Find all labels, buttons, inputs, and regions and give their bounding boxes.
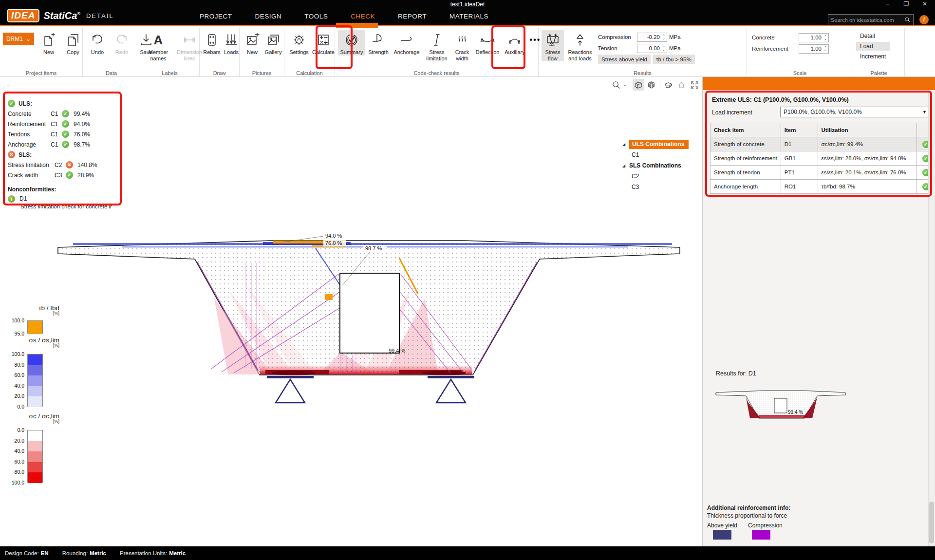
auxiliary-button[interactable]: Auxiliary <box>503 30 527 56</box>
tb-fbu-toggle[interactable]: τb / fbu > 95% <box>653 55 695 64</box>
stress-flow-button[interactable]: Stress flow <box>542 30 564 61</box>
palette-increment-button[interactable]: Increment <box>856 52 890 61</box>
summary-row-stress-limitation[interactable]: Stress limitationC2✕140.8% <box>8 160 116 170</box>
wireframe-view-button[interactable] <box>633 79 644 91</box>
summary-row-tendons[interactable]: TendonsC1✓76.0% <box>8 129 116 139</box>
close-button[interactable]: ✕ <box>917 0 932 9</box>
ribbon-group-pictures: New Gallery Pictures <box>240 28 284 76</box>
detail-member-dropdown[interactable]: DRM1⌄ <box>3 33 34 45</box>
anchorage-button[interactable]: Anchorage <box>392 30 422 56</box>
info-status-icon: i <box>8 195 15 203</box>
copy-project-item-button[interactable]: Copy <box>61 30 85 56</box>
concrete-scale-label: Concrete <box>752 35 797 40</box>
menu-report[interactable]: REPORT <box>398 13 427 20</box>
panel-scrollbar[interactable] <box>928 90 935 546</box>
new-project-item-button[interactable]: New <box>37 30 60 56</box>
spinner-icon[interactable]: ⌃⌄ <box>661 46 667 51</box>
deflection-button[interactable]: Deflection <box>473 30 502 56</box>
calculate-button[interactable]: Calculate <box>312 30 335 56</box>
pass-icon: ✓ <box>62 110 69 117</box>
redo-button[interactable]: Redo <box>110 30 133 56</box>
load-increment-dropdown[interactable]: P100.0%, G100.0%, V100.0% ▼ <box>780 107 930 117</box>
reactions-loads-button[interactable]: Reactions and loads <box>565 30 595 61</box>
ribbon-group-scale: Concrete 1.00 ⌃⌄ Reinforcement 1.00 ⌃⌄ S… <box>747 28 853 76</box>
dropdown-arrow-icon: ▼ <box>922 110 927 114</box>
tree-item-c2[interactable]: C2 <box>622 171 700 181</box>
table-row[interactable]: Anchorage length RO1 τb/fbd: 98.7% ✓ <box>711 180 935 194</box>
summary-row-anchorage[interactable]: AnchorageC1✓98.7% <box>8 139 116 149</box>
stress-limitation-button[interactable]: Stress limitation <box>423 30 451 61</box>
zoom-tool-button[interactable] <box>610 79 622 91</box>
spinner-icon[interactable]: ⌃⌄ <box>661 35 667 39</box>
check-summary-panel: ✓ULS: ConcreteC1✓99.4% ReinforcementC1✓9… <box>8 98 116 209</box>
tree-item-c1[interactable]: C1 <box>622 150 700 160</box>
mini-annotation: 99.4 % <box>788 410 803 415</box>
palette-load-button[interactable]: Load <box>856 42 890 51</box>
nonconformity-item[interactable]: iD1 <box>8 194 116 204</box>
menu-tools[interactable]: TOOLS <box>304 13 328 20</box>
compression-field[interactable]: -0.20 ⌃⌄ <box>637 33 667 42</box>
fit-view-button[interactable] <box>689 79 701 91</box>
menu-design[interactable]: DESIGN <box>255 13 282 20</box>
expander-icon[interactable]: ◢ <box>622 164 629 168</box>
menu-check[interactable]: CHECK <box>351 13 375 20</box>
info-icon[interactable]: i <box>919 15 929 24</box>
pass-icon: ✓ <box>66 171 73 179</box>
annotation-994: 99.4 % <box>389 348 405 354</box>
menu-materials[interactable]: MATERIALS <box>449 13 488 20</box>
solid-view-button[interactable] <box>646 79 657 91</box>
minimize-button[interactable]: – <box>880 0 895 9</box>
menu-project[interactable]: PROJECT <box>200 13 232 20</box>
search-icon <box>904 17 911 23</box>
tree-node-uls-combinations[interactable]: ◢ ULS Combinations <box>622 139 700 149</box>
summary-icon <box>344 31 359 49</box>
ribbon-group-calculation: Settings Calculate Calculation <box>284 28 335 76</box>
main-viewport[interactable]: 94.0 % 76.0 % 98.7 % 99.4 % ⌄ ✓ULS: Conc… <box>0 77 702 546</box>
tree-node-sls-combinations[interactable]: ◢ SLS Combinations <box>622 161 700 170</box>
undo-icon <box>90 31 105 49</box>
reinforcement-scale-field[interactable]: 1.00 ⌃⌄ <box>799 44 829 54</box>
palette-detail-button[interactable]: Detail <box>856 32 890 40</box>
summary-row-reinforcement[interactable]: ReinforcementC1✓94.0% <box>8 119 116 129</box>
mini-result-view: 99.4 % <box>714 382 848 429</box>
gallery-button[interactable]: Gallery <box>263 30 283 56</box>
chevron-down-icon: ⌄ <box>26 36 31 42</box>
home-view-button[interactable] <box>676 79 688 91</box>
table-row[interactable]: Strength of concrete D1 σc/σc,lim: 99.4%… <box>711 137 935 151</box>
zoom-dropdown-chevron-icon[interactable]: ⌄ <box>623 82 627 87</box>
pass-icon: ✓ <box>62 141 69 148</box>
gear-icon <box>292 31 306 49</box>
concrete-scale-field[interactable]: 1.00 ⌃⌄ <box>799 33 829 42</box>
undo-button[interactable]: Undo <box>86 30 109 56</box>
spinner-icon[interactable]: ⌃⌄ <box>823 35 828 40</box>
search-input[interactable] <box>831 17 902 23</box>
summary-button[interactable]: Summary <box>338 30 365 56</box>
summary-row-concrete[interactable]: ConcreteC1✓99.4% <box>8 109 116 119</box>
module-label: DETAIL <box>86 12 114 19</box>
expander-icon[interactable]: ◢ <box>622 142 629 147</box>
loads-button[interactable]: Loads <box>222 30 241 56</box>
rebars-button[interactable]: Rebars <box>203 30 221 56</box>
rounding-status: Rounding:Metric <box>62 550 106 556</box>
scrollbar-thumb[interactable] <box>929 502 934 543</box>
maximize-button[interactable]: ❐ <box>899 0 914 9</box>
crack-width-button[interactable]: Crack width <box>452 30 472 61</box>
clip-view-button[interactable] <box>663 79 674 91</box>
tree-item-c3[interactable]: C3 <box>622 182 700 192</box>
strength-button[interactable]: Strength <box>366 30 391 56</box>
table-row[interactable]: Strength of reinforcement GB1 εs/εs,lim:… <box>711 151 935 166</box>
search-box[interactable] <box>828 14 914 25</box>
tension-field[interactable]: 0.00 ⌃⌄ <box>637 44 667 53</box>
design-code-status: Design Code:EN <box>5 550 49 556</box>
stress-above-yield-toggle[interactable]: Stress above yield <box>598 55 651 64</box>
settings-button[interactable]: Settings <box>287 30 311 56</box>
table-row[interactable]: Strength of tendon PT1 εs/εs,lim: 20.1%,… <box>711 166 935 180</box>
new-picture-button[interactable]: New <box>243 30 262 56</box>
group-label-labels: Labels <box>140 70 199 76</box>
summary-row-crack-width[interactable]: Crack widthC3✓28.9% <box>8 170 116 180</box>
member-names-button[interactable]: A Member names <box>143 30 173 61</box>
ribbon-group-draw: Rebars Loads Draw <box>200 28 240 76</box>
compression-swatch <box>752 530 770 540</box>
spinner-icon[interactable]: ⌃⌄ <box>823 46 828 51</box>
pass-icon: ✓ <box>8 100 15 107</box>
